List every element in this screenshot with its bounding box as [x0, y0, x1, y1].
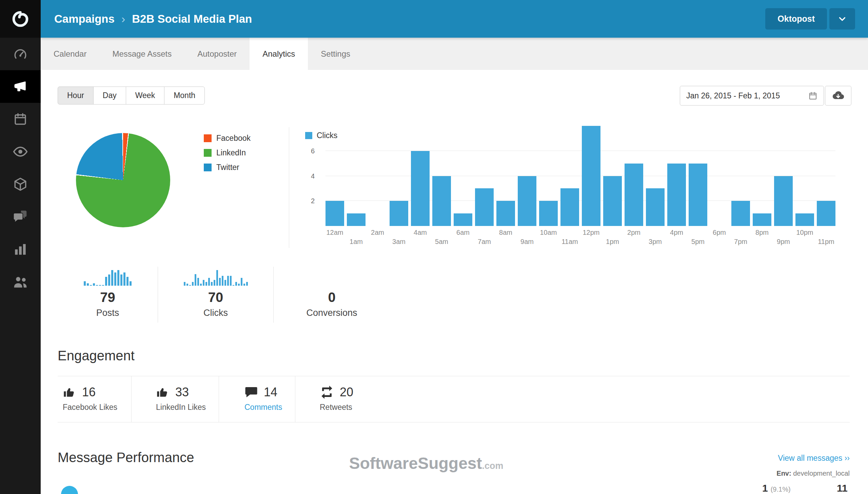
comments-link[interactable]: Comments [244, 403, 295, 412]
legend-swatch [204, 164, 212, 171]
sidebar-item-contacts[interactable] [0, 266, 41, 298]
x-axis-tick: 7am [478, 238, 491, 246]
breadcrumb-page-title: B2B Social Media Plan [132, 13, 252, 25]
calendar-icon [13, 112, 27, 126]
clicks-label: Clicks [203, 308, 228, 318]
granularity-day-button[interactable]: Day [93, 87, 126, 104]
clicks-bar [475, 188, 494, 226]
sidebar-item-calendar[interactable] [0, 103, 41, 135]
clicks-bar [667, 164, 686, 226]
bar-column: 10am [539, 126, 558, 226]
sparkline-bar [222, 276, 223, 286]
reports-bar-chart-icon [13, 242, 27, 256]
message-performance-title: Message Performance [58, 450, 194, 465]
granularity-hour-button[interactable]: Hour [58, 87, 94, 104]
account-button[interactable]: Oktopost [765, 8, 827, 30]
breadcrumb-campaigns-link[interactable]: Campaigns [54, 13, 115, 25]
sparkline-bar [195, 274, 196, 286]
export-report-button[interactable] [825, 86, 851, 106]
bar-chart-yaxis: 246 [299, 126, 319, 226]
y-axis-tick: 2 [311, 197, 315, 205]
tab-calendar[interactable]: Calendar [41, 38, 99, 70]
clicks-bar [432, 176, 451, 226]
sparkline-bar [205, 282, 207, 286]
bar-column: 8am [496, 126, 515, 226]
clicks-bar [774, 176, 793, 226]
sparkline-bar [189, 285, 191, 286]
comments-value: 14 [264, 385, 277, 399]
summary-posts: 79 Posts [58, 267, 158, 323]
granularity-month-button[interactable]: Month [164, 87, 205, 104]
bar-column: 5pm [689, 126, 707, 226]
date-range-picker[interactable]: Jan 26, 2015 - Feb 1, 2015 [680, 86, 824, 106]
sparkline-bar [224, 280, 226, 286]
oktopost-logo-icon [11, 10, 30, 28]
sidebar-item-dashboard[interactable] [0, 38, 41, 70]
sparkline-bar [230, 276, 232, 286]
bar-column: 2am [368, 126, 387, 226]
conversions-value: 0 [328, 290, 335, 305]
account-menu-button[interactable] [829, 8, 855, 30]
sparkline-bar [227, 276, 229, 286]
sparkline-bar [200, 284, 202, 286]
x-axis-tick: 5pm [691, 238, 705, 246]
sidebar-item-campaigns[interactable] [0, 70, 41, 103]
sidebar-item-streams[interactable] [0, 135, 41, 168]
x-axis-tick: 3pm [649, 238, 662, 246]
retweets-value: 20 [340, 385, 353, 399]
tab-message-assets[interactable]: Message Assets [99, 38, 184, 70]
tab-settings[interactable]: Settings [308, 38, 363, 70]
view-all-messages-link[interactable]: View all messages ›› [778, 454, 850, 463]
sparkline-bar [243, 284, 245, 286]
topbar-account-area: Oktopost [765, 8, 855, 30]
tab-autoposter[interactable]: Autoposter [184, 38, 250, 70]
assets-box-icon [13, 177, 27, 191]
sidebar-item-assets[interactable] [0, 168, 41, 201]
sparkline-bar [238, 284, 240, 286]
x-axis-tick: 1pm [606, 238, 619, 246]
dashboard-gauge-icon [13, 47, 27, 61]
sidebar-item-home[interactable] [0, 0, 41, 38]
bar-column: 11pm [817, 126, 835, 226]
sparkline-bar [208, 278, 210, 286]
sparkline-bar [130, 281, 132, 286]
retweets-label: Retweets [320, 403, 353, 412]
watermark-suffix: .com [482, 461, 504, 471]
clicks-bar [411, 151, 430, 226]
bar-column: 6am [454, 126, 472, 226]
clicks-bar [560, 188, 579, 226]
sparkline-bar [214, 280, 215, 286]
sparkline-bar [211, 282, 213, 286]
legend-swatch [204, 134, 212, 142]
posts-label: Posts [96, 308, 119, 318]
clicks-bar [454, 213, 472, 226]
tab-analytics[interactable]: Analytics [250, 38, 308, 70]
bar-column: 7pm [731, 126, 750, 226]
env-label: Env: [776, 470, 791, 477]
engagement-retweets: 20 Retweets [295, 376, 374, 422]
bar-column: 6pm [710, 126, 729, 226]
sparkline-bar [99, 285, 101, 286]
granularity-switcher: Hour Day Week Month [58, 87, 205, 104]
conversations-chat-icon [13, 209, 28, 224]
sidebar-item-reports[interactable] [0, 233, 41, 266]
x-axis-tick: 12am [326, 229, 343, 236]
granularity-week-button[interactable]: Week [126, 87, 164, 104]
clicks-bar [689, 164, 707, 226]
sidebar-item-conversations[interactable] [0, 201, 41, 233]
sparkline-bar [87, 283, 89, 286]
bar-column: 3pm [646, 126, 665, 226]
sparkline-bar [108, 274, 110, 286]
x-axis-tick: 9pm [777, 238, 790, 246]
message-row-metric-1-pct: (9.1%) [771, 486, 791, 493]
breadcrumb-separator: › [121, 12, 125, 25]
retweet-icon [320, 385, 334, 399]
facebook-likes-value: 16 [82, 385, 96, 399]
y-axis-tick: 6 [311, 147, 315, 155]
sparkline-bar [123, 272, 125, 286]
conversions-sparkline-placeholder [330, 269, 334, 286]
message-row-avatar [61, 486, 78, 494]
env-indicator: Env: development_local [776, 470, 850, 477]
x-axis-tick: 4pm [670, 229, 683, 236]
sparkline-bar [117, 270, 119, 286]
